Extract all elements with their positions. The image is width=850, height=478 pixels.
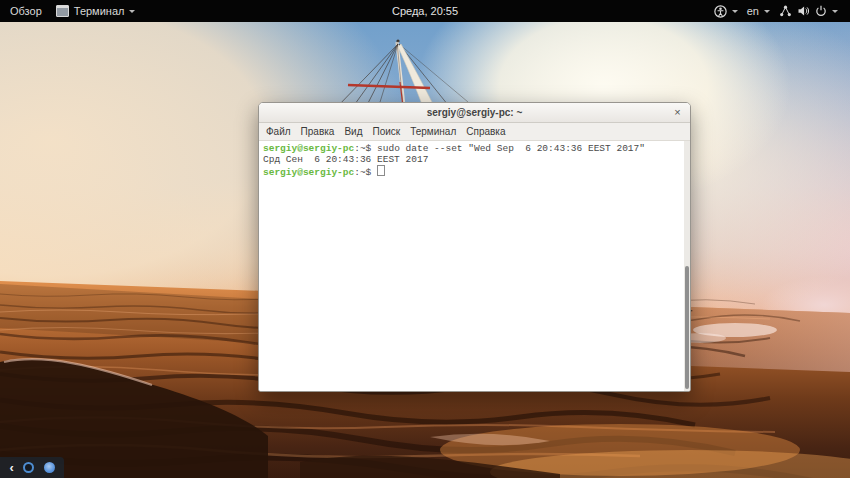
bottom-overlay-bar: ‹ [0, 457, 64, 478]
prompt-user: sergiy@sergiy-pc [263, 167, 354, 178]
prompt-suffix: :~$ [354, 167, 377, 178]
volume-icon [797, 5, 810, 17]
activities-label: Обзор [10, 5, 42, 17]
network-icon [779, 5, 792, 17]
keyboard-layout-label: en [747, 5, 759, 17]
menu-search[interactable]: Поиск [372, 126, 400, 137]
menu-view[interactable]: Вид [344, 126, 362, 137]
menu-bar: Файл Правка Вид Поиск Терминал Справка [259, 123, 690, 141]
keyboard-layout-menu[interactable]: en [747, 5, 770, 17]
chevron-left-icon[interactable]: ‹ [9, 461, 13, 474]
terminal-content[interactable]: sergiy@sergiy-pc:~$ sudo date --set "Wed… [259, 141, 690, 391]
terminal-window: sergiy@sergiy-pc: ~ × Файл Правка Вид По… [258, 102, 691, 392]
activities-button[interactable]: Обзор [10, 5, 42, 17]
chevron-down-icon [832, 10, 838, 13]
gnome-top-bar: Обзор Терминал Среда, 20:55 en [0, 0, 850, 22]
clock[interactable]: Среда, 20:55 [392, 5, 458, 17]
close-button[interactable]: × [671, 106, 684, 119]
prompt-user: sergiy@sergiy-pc [263, 143, 354, 154]
terminal-cursor [377, 165, 385, 176]
scrollbar-track[interactable] [684, 141, 690, 391]
power-icon [815, 5, 827, 17]
menu-edit[interactable]: Правка [301, 126, 335, 137]
menu-terminal[interactable]: Терминал [410, 126, 456, 137]
terminal-line-command: sergiy@sergiy-pc:~$ sudo date --set "Wed… [263, 143, 690, 154]
command-text: sudo date --set "Wed Sep 6 20:43:36 EEST… [377, 143, 645, 154]
ring-icon[interactable] [23, 462, 34, 473]
terminal-line-prompt: sergiy@sergiy-pc:~$ [263, 165, 690, 178]
prompt-suffix: :~$ [354, 143, 377, 154]
window-title: sergiy@sergiy-pc: ~ [427, 107, 523, 118]
menu-file[interactable]: Файл [266, 126, 291, 137]
chevron-down-icon [764, 10, 770, 13]
dot-icon[interactable] [44, 462, 55, 473]
terminal-app-icon [56, 5, 69, 17]
terminal-line-output: Срд Сен 6 20:43:36 EEST 2017 [263, 154, 690, 165]
scrollbar-thumb[interactable] [685, 266, 689, 389]
app-menu[interactable]: Терминал [56, 5, 136, 17]
chevron-down-icon [129, 10, 135, 13]
chevron-down-icon [732, 10, 738, 13]
app-menu-label: Терминал [74, 5, 125, 17]
system-menu[interactable] [779, 5, 838, 17]
window-titlebar[interactable]: sergiy@sergiy-pc: ~ × [259, 103, 690, 123]
accessibility-menu[interactable] [714, 5, 738, 18]
menu-help[interactable]: Справка [466, 126, 505, 137]
accessibility-icon [714, 5, 727, 18]
